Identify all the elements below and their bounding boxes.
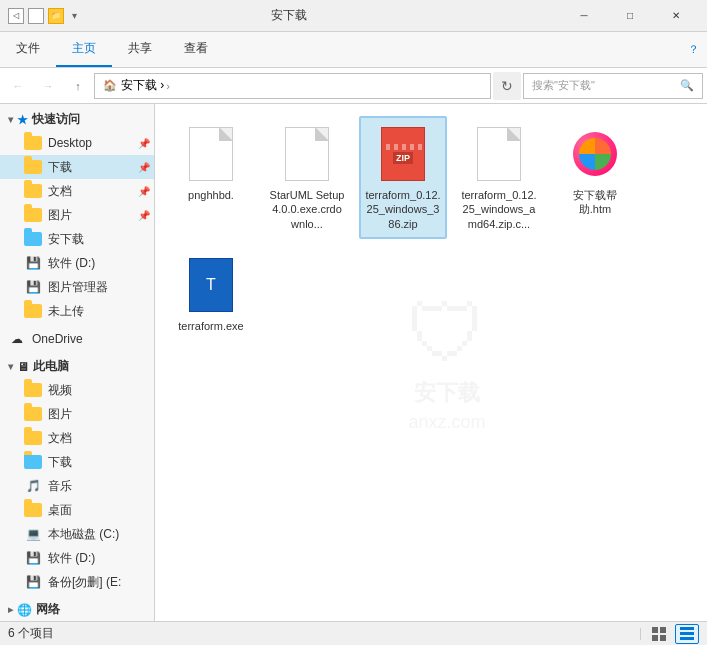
- img-mgr-icon: 💾: [24, 278, 42, 296]
- svg-rect-5: [680, 632, 694, 635]
- sidebar-item-dl2-label: 下载: [48, 454, 72, 471]
- file-item-anxz-htm[interactable]: 安下载帮助.htm: [551, 116, 639, 239]
- statusbar: 6 个项目: [0, 621, 707, 645]
- desktop-folder-icon: [24, 134, 42, 152]
- computer-section: ▾ 🖥 此电脑 视频 图片 文档 下载 🎵 音乐: [0, 355, 154, 594]
- quick-access-arrow: ▾: [8, 114, 13, 125]
- tab-home[interactable]: 主页: [56, 32, 112, 67]
- file-icon-terraform-zip386: ZIP: [377, 124, 429, 184]
- sidebar-item-upload-label: 未上传: [48, 303, 84, 320]
- sidebar-item-anxz[interactable]: 安下载: [0, 227, 154, 251]
- file-name-staruml: StarUML Setup 4.0.0.exe.crdownlo...: [269, 188, 345, 231]
- quick-access-label: 快速访问: [32, 111, 80, 128]
- exe-content: T: [206, 276, 216, 294]
- main-area: ▾ ★ 快速访问 Desktop 📌 下载 📌 文档 📌 图片: [0, 104, 707, 621]
- sidebar-item-desktop2[interactable]: 桌面: [0, 498, 154, 522]
- apps-icon: [573, 132, 617, 176]
- sidebar-item-docs2[interactable]: 文档: [0, 426, 154, 450]
- file-grid: pnghhbd. StarUML Setup 4.0.0.exe.crdownl…: [167, 116, 695, 341]
- up-button[interactable]: ↑: [64, 72, 92, 100]
- sidebar-item-c-drive-label: 本地磁盘 (C:): [48, 526, 119, 543]
- close-button[interactable]: ✕: [653, 0, 699, 32]
- sidebar-item-music[interactable]: 🎵 音乐: [0, 474, 154, 498]
- sidebar-item-d-drive2[interactable]: 💾 软件 (D:): [0, 546, 154, 570]
- search-placeholder: 搜索"安下载": [532, 78, 595, 93]
- sidebar-item-d-drive[interactable]: 💾 软件 (D:): [0, 251, 154, 275]
- videos-folder-icon: [24, 381, 42, 399]
- sidebar-item-e-drive[interactable]: 💾 备份[勿删] (E:: [0, 570, 154, 594]
- addressbar: ← → ↑ 🏠 安下载 › › ↻ 搜索"安下载" 🔍: [0, 68, 707, 104]
- forward-button[interactable]: →: [34, 72, 62, 100]
- view-list-button[interactable]: [675, 624, 699, 644]
- upload-folder-icon: [24, 302, 42, 320]
- window-title: 安下载: [17, 7, 561, 24]
- help-button[interactable]: ？: [688, 42, 699, 57]
- sidebar-item-upload[interactable]: 未上传: [0, 299, 154, 323]
- ribbon: 文件 主页 共享 查看 ？: [0, 32, 707, 68]
- onedrive-icon: ☁: [8, 330, 26, 348]
- titlebar: ◁ 📁 ▾ 安下载 ─ □ ✕: [0, 0, 707, 32]
- svg-rect-1: [660, 627, 666, 633]
- svg-rect-6: [680, 637, 694, 640]
- view-icons-button[interactable]: [647, 624, 671, 644]
- computer-label: 此电脑: [33, 358, 69, 375]
- sidebar-item-docs[interactable]: 文档 📌: [0, 179, 154, 203]
- svg-rect-2: [652, 635, 658, 641]
- sidebar-item-d-drive2-label: 软件 (D:): [48, 550, 95, 567]
- pin-icon-dl: 📌: [138, 162, 150, 173]
- music-icon: 🎵: [24, 477, 42, 495]
- doc-icon-terraform-amd: [477, 127, 521, 181]
- file-item-terraform-exe[interactable]: T terraform.exe: [167, 247, 255, 341]
- file-item-terraform-zipamd[interactable]: terraform_0.12.25_windows_amd64.zip.c...: [455, 116, 543, 239]
- tab-view[interactable]: 查看: [168, 32, 224, 67]
- computer-header[interactable]: ▾ 🖥 此电脑: [0, 355, 154, 378]
- back-button[interactable]: ←: [4, 72, 32, 100]
- maximize-button[interactable]: □: [607, 0, 653, 32]
- sidebar-item-desktop-label: Desktop: [48, 136, 92, 150]
- sidebar: ▾ ★ 快速访问 Desktop 📌 下载 📌 文档 📌 图片: [0, 104, 155, 621]
- tab-file[interactable]: 文件: [0, 32, 56, 67]
- refresh-button[interactable]: ↻: [493, 72, 521, 100]
- file-name-terraform-exe: terraform.exe: [178, 319, 243, 333]
- file-item-pnghhbd[interactable]: pnghhbd.: [167, 116, 255, 239]
- sidebar-item-c-drive[interactable]: 💻 本地磁盘 (C:): [0, 522, 154, 546]
- sidebar-item-pictures2-label: 图片: [48, 406, 72, 423]
- sidebar-item-onedrive[interactable]: ☁ OneDrive: [0, 327, 154, 351]
- sidebar-item-music-label: 音乐: [48, 478, 72, 495]
- sidebar-item-desktop[interactable]: Desktop 📌: [0, 131, 154, 155]
- docs2-folder-icon: [24, 429, 42, 447]
- sidebar-item-onedrive-label: OneDrive: [32, 332, 83, 346]
- sidebar-item-pictures[interactable]: 图片 📌: [0, 203, 154, 227]
- sidebar-item-download[interactable]: 下载 📌: [0, 155, 154, 179]
- file-icon-terraform-exe: T: [185, 255, 237, 315]
- svg-rect-3: [660, 635, 666, 641]
- zip-label: ZIP: [393, 152, 413, 164]
- tab-share[interactable]: 共享: [112, 32, 168, 67]
- sidebar-item-dl2[interactable]: 下载: [0, 450, 154, 474]
- pictures2-folder-icon: [24, 405, 42, 423]
- search-box[interactable]: 搜索"安下载" 🔍: [523, 73, 703, 99]
- desktop2-folder-icon: [24, 501, 42, 519]
- file-count: 6 个项目: [8, 625, 54, 642]
- sidebar-item-videos-label: 视频: [48, 382, 72, 399]
- address-path[interactable]: 🏠 安下载 › ›: [94, 73, 491, 99]
- sidebar-item-videos[interactable]: 视频: [0, 378, 154, 402]
- address-arrow: ›: [166, 80, 170, 92]
- sidebar-item-download-label: 下载: [48, 159, 72, 176]
- file-item-staruml[interactable]: StarUML Setup 4.0.0.exe.crdownlo...: [263, 116, 351, 239]
- minimize-button[interactable]: ─: [561, 0, 607, 32]
- pin-icon-docs: 📌: [138, 186, 150, 197]
- quick-access-header[interactable]: ▾ ★ 快速访问: [0, 108, 154, 131]
- doc-icon: [189, 127, 233, 181]
- sidebar-item-docs-label: 文档: [48, 183, 72, 200]
- zip-stripe: [382, 144, 424, 150]
- pin-icon-pic: 📌: [138, 210, 150, 221]
- sidebar-item-img-mgr[interactable]: 💾 图片管理器: [0, 275, 154, 299]
- statusbar-view-controls: [638, 624, 699, 644]
- file-item-terraform-zip386[interactable]: ZIP terraform_0.12.25_windows_386.zip: [359, 116, 447, 239]
- docs-folder-icon: [24, 182, 42, 200]
- window-controls: ─ □ ✕: [561, 0, 699, 32]
- network-header[interactable]: ▸ 🌐 网络: [0, 598, 154, 621]
- sidebar-item-img-mgr-label: 图片管理器: [48, 279, 108, 296]
- sidebar-item-pictures2[interactable]: 图片: [0, 402, 154, 426]
